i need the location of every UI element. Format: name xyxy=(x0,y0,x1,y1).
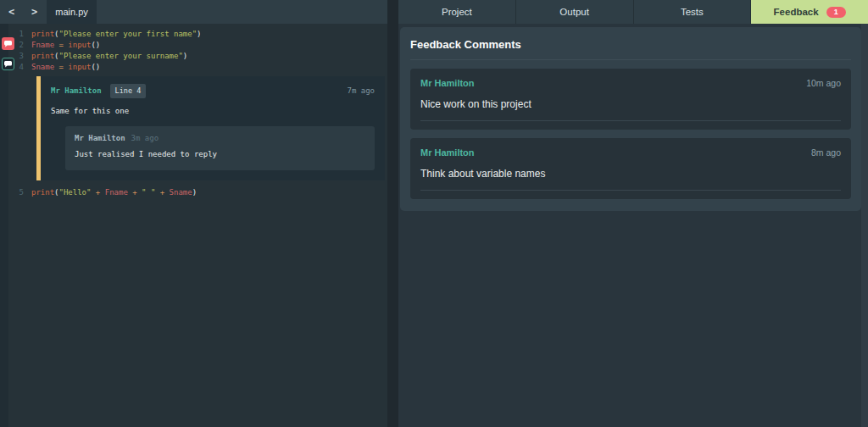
feedback-panel-title: Feedback Comments xyxy=(410,38,851,51)
code-text: Fname = input() xyxy=(31,40,100,51)
comment-header: Mr Hamilton 8m ago xyxy=(420,147,841,158)
comment-marker-line-4[interactable] xyxy=(2,58,14,70)
tab-output[interactable]: Output xyxy=(516,0,634,24)
scrollbar-track[interactable] xyxy=(861,24,868,427)
code-line-2: 2 Fname = input() xyxy=(8,40,387,51)
tab-feedback[interactable]: Feedback 1 xyxy=(751,0,868,24)
code-token: Fname xyxy=(31,41,54,49)
right-tab-bar: Project Output Tests Feedback 1 xyxy=(398,0,868,24)
comment-card-footer xyxy=(420,120,841,130)
comment-timestamp: 8m ago xyxy=(811,147,841,158)
code-token: Sname xyxy=(170,188,192,197)
code-token: "Hello" xyxy=(59,188,92,197)
reply-timestamp: 3m ago xyxy=(131,133,159,144)
thread-reply[interactable]: Mr Hamilton 3m ago Just realised I neede… xyxy=(65,126,375,170)
reply-author: Mr Hamilton xyxy=(75,133,125,144)
code-token: () xyxy=(91,41,100,49)
file-tab-label: main.py xyxy=(55,7,88,17)
code-text: Sname = input() xyxy=(31,62,100,73)
code-token: print xyxy=(31,188,54,197)
comment-marker-line-2[interactable] xyxy=(2,37,14,50)
comment-bubble-icon xyxy=(4,61,12,68)
feedback-pane: Project Output Tests Feedback 1 Feedback… xyxy=(398,0,868,427)
code-token: "Please enter your surname" xyxy=(59,52,183,60)
code-token: = xyxy=(54,63,68,71)
line-number: 5 xyxy=(8,187,31,198)
code-text: print("Please enter your first name") xyxy=(31,29,202,40)
comment-author: Mr Hamilton xyxy=(420,78,475,88)
thread-timestamp: 7m ago xyxy=(347,86,375,97)
thread-body: Same for this one xyxy=(51,106,375,116)
tab-tests[interactable]: Tests xyxy=(634,0,752,24)
code-line-5: 5 print("Hello" + Fname + " " + Sname) xyxy=(8,187,387,198)
code-line-3: 3 print("Please enter your surname") xyxy=(8,51,387,62)
code-area[interactable]: 1 print("Please enter your first name") … xyxy=(8,24,387,198)
tab-label: Output xyxy=(559,7,589,17)
tab-main-py[interactable]: main.py xyxy=(47,0,97,24)
code-token: Fname xyxy=(105,188,128,197)
chevron-right-icon: > xyxy=(31,6,37,18)
comment-body: Nice work on this project xyxy=(420,98,841,110)
code-token: + xyxy=(91,188,104,197)
chevron-left-icon: < xyxy=(8,6,14,18)
comment-header: Mr Hamilton 10m ago xyxy=(420,77,841,88)
code-text: print("Hello" + Fname + " " + Sname) xyxy=(31,187,197,198)
nav-forward-button[interactable]: > xyxy=(23,0,46,24)
code-token: print xyxy=(31,52,54,60)
code-line-4: 4 Sname = input() xyxy=(8,62,387,73)
code-token: input xyxy=(68,41,91,49)
reply-header: Mr Hamilton 3m ago xyxy=(75,133,365,143)
tab-label: Tests xyxy=(681,7,704,17)
comment-card-2[interactable]: Mr Hamilton 8m ago Think about variable … xyxy=(410,138,851,199)
code-token: "Please enter your first name" xyxy=(59,30,198,38)
code-text: print("Please enter your surname") xyxy=(31,51,187,62)
pane-divider[interactable] xyxy=(387,0,398,427)
code-token: ) xyxy=(197,30,201,38)
comment-card-footer xyxy=(420,190,841,199)
nav-back-button[interactable]: < xyxy=(0,0,23,24)
comment-author: Mr Hamilton xyxy=(420,147,475,158)
tab-label: Feedback xyxy=(774,7,819,17)
thread-author: Mr Hamilton xyxy=(51,86,102,97)
inline-comment-thread[interactable]: Mr Hamilton Line 4 7m ago Same for this … xyxy=(36,76,385,180)
panel-divider xyxy=(410,59,851,60)
code-token: () xyxy=(91,63,100,71)
comment-gutter xyxy=(0,24,8,427)
code-token: " " xyxy=(142,188,155,197)
comment-timestamp: 10m ago xyxy=(806,78,841,88)
tab-project[interactable]: Project xyxy=(398,0,516,24)
comment-bubble-icon xyxy=(4,41,12,47)
code-token: ) xyxy=(183,52,187,60)
code-token: + xyxy=(128,188,142,197)
thread-header: Mr Hamilton Line 4 7m ago xyxy=(51,85,375,97)
thread-line-badge: Line 4 xyxy=(110,84,147,98)
comment-card-1[interactable]: Mr Hamilton 10m ago Nice work on this pr… xyxy=(410,69,851,130)
code-token: ) xyxy=(192,188,197,197)
code-line-1: 1 print("Please enter your first name") xyxy=(8,29,387,40)
code-token: Sname xyxy=(31,63,54,71)
comment-body: Think about variable names xyxy=(420,168,841,180)
feedback-panel: Feedback Comments Mr Hamilton 10m ago Ni… xyxy=(400,27,861,211)
code-token: + xyxy=(155,188,169,197)
editor-pane: < > main.py 1 print("Please enter your f… xyxy=(0,0,387,427)
reply-body: Just realised I needed to reply xyxy=(75,149,365,159)
feedback-count-badge: 1 xyxy=(826,7,846,18)
editor-tab-bar: < > main.py xyxy=(0,0,387,24)
tab-label: Project xyxy=(442,7,472,17)
code-token: print xyxy=(31,30,54,38)
code-token: input xyxy=(68,63,91,71)
code-token: = xyxy=(54,41,68,49)
